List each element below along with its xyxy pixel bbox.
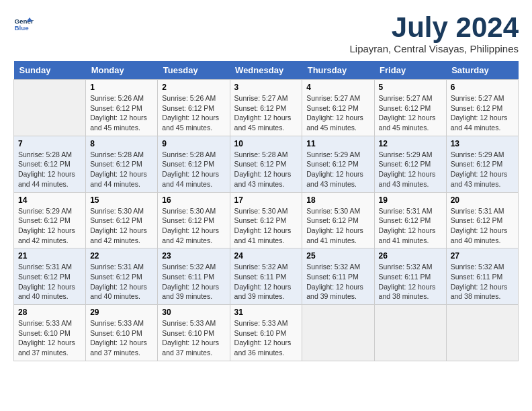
weekday-header-saturday: Saturday <box>446 61 518 80</box>
logo: General Blue <box>13 13 34 34</box>
day-number: 10 <box>234 139 298 148</box>
day-number: 13 <box>451 139 514 148</box>
day-number: 29 <box>90 308 153 317</box>
cell-content: Sunrise: 5:28 AMSunset: 6:12 PMDaylight:… <box>90 150 153 189</box>
calendar-cell: 27Sunrise: 5:32 AMSunset: 6:11 PMDayligh… <box>446 248 518 305</box>
calendar-cell: 30Sunrise: 5:33 AMSunset: 6:10 PMDayligh… <box>158 305 230 361</box>
cell-content: Sunrise: 5:33 AMSunset: 6:10 PMDaylight:… <box>162 318 225 358</box>
calendar-cell: 19Sunrise: 5:31 AMSunset: 6:12 PMDayligh… <box>374 192 446 248</box>
day-number: 5 <box>379 83 442 92</box>
calendar-cell: 2Sunrise: 5:26 AMSunset: 6:12 PMDaylight… <box>158 80 230 136</box>
cell-content: Sunrise: 5:29 AMSunset: 6:12 PMDaylight:… <box>379 150 442 189</box>
day-number: 7 <box>18 139 81 148</box>
cell-content: Sunrise: 5:31 AMSunset: 6:12 PMDaylight:… <box>90 262 153 302</box>
cell-content: Sunrise: 5:31 AMSunset: 6:12 PMDaylight:… <box>451 206 514 246</box>
day-number: 19 <box>379 195 442 205</box>
day-number: 22 <box>90 251 153 261</box>
cell-content: Sunrise: 5:26 AMSunset: 6:12 PMDaylight:… <box>90 93 153 133</box>
day-number: 31 <box>234 308 298 317</box>
calendar-cell: 29Sunrise: 5:33 AMSunset: 6:10 PMDayligh… <box>86 305 158 361</box>
calendar-cell: 14Sunrise: 5:29 AMSunset: 6:12 PMDayligh… <box>14 192 86 248</box>
day-number: 9 <box>162 139 225 148</box>
day-number: 25 <box>306 251 369 261</box>
calendar-cell: 4Sunrise: 5:27 AMSunset: 6:12 PMDaylight… <box>302 80 374 136</box>
weekday-header-thursday: Thursday <box>302 61 374 80</box>
cell-content: Sunrise: 5:33 AMSunset: 6:10 PMDaylight:… <box>234 318 298 358</box>
cell-content: Sunrise: 5:29 AMSunset: 6:12 PMDaylight:… <box>451 150 514 189</box>
cell-content: Sunrise: 5:30 AMSunset: 6:12 PMDaylight:… <box>306 206 369 246</box>
cell-content: Sunrise: 5:32 AMSunset: 6:11 PMDaylight:… <box>451 262 514 302</box>
cell-content: Sunrise: 5:31 AMSunset: 6:12 PMDaylight:… <box>379 206 442 246</box>
calendar-cell: 16Sunrise: 5:30 AMSunset: 6:12 PMDayligh… <box>158 192 230 248</box>
weekday-header-wednesday: Wednesday <box>230 61 302 80</box>
calendar-cell: 21Sunrise: 5:31 AMSunset: 6:12 PMDayligh… <box>14 248 86 305</box>
weekday-header-monday: Monday <box>86 61 158 80</box>
day-number: 17 <box>234 195 298 205</box>
calendar-week-5: 28Sunrise: 5:33 AMSunset: 6:10 PMDayligh… <box>14 305 519 361</box>
calendar-week-1: 1Sunrise: 5:26 AMSunset: 6:12 PMDaylight… <box>14 80 519 136</box>
day-number: 18 <box>306 195 369 205</box>
cell-content: Sunrise: 5:30 AMSunset: 6:12 PMDaylight:… <box>162 206 225 246</box>
day-number: 30 <box>162 308 225 317</box>
day-number: 2 <box>162 83 225 92</box>
cell-content: Sunrise: 5:31 AMSunset: 6:12 PMDaylight:… <box>18 262 81 302</box>
calendar-week-3: 14Sunrise: 5:29 AMSunset: 6:12 PMDayligh… <box>14 192 519 248</box>
day-number: 8 <box>90 139 153 148</box>
calendar-table: SundayMondayTuesdayWednesdayThursdayFrid… <box>13 61 519 361</box>
weekday-header-sunday: Sunday <box>14 61 86 80</box>
day-number: 12 <box>379 139 442 148</box>
calendar-cell <box>302 305 374 361</box>
cell-content: Sunrise: 5:32 AMSunset: 6:11 PMDaylight:… <box>234 262 298 302</box>
calendar-week-2: 7Sunrise: 5:28 AMSunset: 6:12 PMDaylight… <box>14 136 519 192</box>
weekday-header-tuesday: Tuesday <box>158 61 230 80</box>
calendar-cell <box>14 80 86 136</box>
calendar-cell: 31Sunrise: 5:33 AMSunset: 6:10 PMDayligh… <box>230 305 302 361</box>
day-number: 15 <box>90 195 153 205</box>
cell-content: Sunrise: 5:33 AMSunset: 6:10 PMDaylight:… <box>90 318 153 358</box>
calendar-cell: 17Sunrise: 5:30 AMSunset: 6:12 PMDayligh… <box>230 192 302 248</box>
day-number: 23 <box>162 251 225 261</box>
day-number: 21 <box>18 251 81 261</box>
calendar-cell: 22Sunrise: 5:31 AMSunset: 6:12 PMDayligh… <box>86 248 158 305</box>
calendar-cell: 10Sunrise: 5:28 AMSunset: 6:12 PMDayligh… <box>230 136 302 192</box>
weekday-header-friday: Friday <box>374 61 446 80</box>
cell-content: Sunrise: 5:26 AMSunset: 6:12 PMDaylight:… <box>162 93 225 133</box>
calendar-cell: 13Sunrise: 5:29 AMSunset: 6:12 PMDayligh… <box>446 136 518 192</box>
subtitle: Lipayran, Central Visayas, Philippines <box>349 43 519 54</box>
calendar-cell <box>446 305 518 361</box>
main-title: July 2024 <box>349 13 519 42</box>
calendar-cell: 3Sunrise: 5:27 AMSunset: 6:12 PMDaylight… <box>230 80 302 136</box>
day-number: 26 <box>379 251 442 261</box>
day-number: 1 <box>90 83 153 92</box>
cell-content: Sunrise: 5:28 AMSunset: 6:12 PMDaylight:… <box>18 150 81 189</box>
calendar-cell: 9Sunrise: 5:28 AMSunset: 6:12 PMDaylight… <box>158 136 230 192</box>
day-number: 11 <box>306 139 369 148</box>
calendar-cell: 7Sunrise: 5:28 AMSunset: 6:12 PMDaylight… <box>14 136 86 192</box>
day-number: 28 <box>18 308 81 317</box>
day-number: 4 <box>306 83 369 92</box>
cell-content: Sunrise: 5:30 AMSunset: 6:12 PMDaylight:… <box>234 206 298 246</box>
day-number: 16 <box>162 195 225 205</box>
calendar-cell: 5Sunrise: 5:27 AMSunset: 6:12 PMDaylight… <box>374 80 446 136</box>
day-number: 6 <box>451 83 514 92</box>
cell-content: Sunrise: 5:33 AMSunset: 6:10 PMDaylight:… <box>18 318 81 358</box>
cell-content: Sunrise: 5:32 AMSunset: 6:11 PMDaylight:… <box>162 262 225 302</box>
day-number: 24 <box>234 251 298 261</box>
calendar-cell: 24Sunrise: 5:32 AMSunset: 6:11 PMDayligh… <box>230 248 302 305</box>
cell-content: Sunrise: 5:32 AMSunset: 6:11 PMDaylight:… <box>306 262 369 302</box>
calendar-cell: 1Sunrise: 5:26 AMSunset: 6:12 PMDaylight… <box>86 80 158 136</box>
day-number: 14 <box>18 195 81 205</box>
title-section: July 2024 Lipayran, Central Visayas, Phi… <box>349 13 519 54</box>
page-header: General Blue July 2024 Lipayran, Central… <box>13 13 519 54</box>
cell-content: Sunrise: 5:29 AMSunset: 6:12 PMDaylight:… <box>18 206 81 246</box>
cell-content: Sunrise: 5:29 AMSunset: 6:12 PMDaylight:… <box>306 150 369 189</box>
day-number: 27 <box>451 251 514 261</box>
calendar-cell: 15Sunrise: 5:30 AMSunset: 6:12 PMDayligh… <box>86 192 158 248</box>
cell-content: Sunrise: 5:28 AMSunset: 6:12 PMDaylight:… <box>162 150 225 189</box>
cell-content: Sunrise: 5:30 AMSunset: 6:12 PMDaylight:… <box>90 206 153 246</box>
calendar-cell: 28Sunrise: 5:33 AMSunset: 6:10 PMDayligh… <box>14 305 86 361</box>
calendar-week-4: 21Sunrise: 5:31 AMSunset: 6:12 PMDayligh… <box>14 248 519 305</box>
day-number: 3 <box>234 83 298 92</box>
cell-content: Sunrise: 5:32 AMSunset: 6:11 PMDaylight:… <box>379 262 442 302</box>
calendar-cell: 20Sunrise: 5:31 AMSunset: 6:12 PMDayligh… <box>446 192 518 248</box>
